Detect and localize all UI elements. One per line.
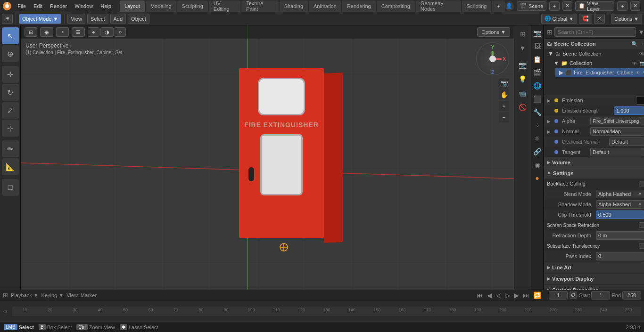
tl-playback-btn[interactable]: Playback ▼ xyxy=(11,292,39,298)
props-search-input[interactable] xyxy=(554,27,636,37)
view-menu-btn[interactable]: View xyxy=(67,14,85,24)
subsurface-translucency-checkbox[interactable] xyxy=(639,243,644,249)
zoom-in-btn[interactable]: + xyxy=(499,101,509,111)
scene-selector[interactable]: 🎬 Scene xyxy=(517,1,546,11)
tab-compositing[interactable]: Compositing xyxy=(377,0,415,12)
tab-geometry-nodes[interactable]: Geometry Nodes xyxy=(416,0,461,12)
viewport-shading-mode-btn[interactable]: ◉ xyxy=(40,27,53,37)
user-icon[interactable]: 👤 xyxy=(505,1,514,11)
tl-next-keyframe-btn[interactable]: ▶ xyxy=(513,292,520,299)
rt-cam2[interactable]: 📹 xyxy=(516,87,529,100)
side-icon-render[interactable]: 📷 xyxy=(531,26,543,40)
tab-texture-paint[interactable]: Texture Paint xyxy=(241,0,278,12)
emission-color[interactable] xyxy=(636,96,644,105)
side-icon-modifier[interactable]: 🔧 xyxy=(531,105,543,119)
menu-render[interactable]: Render xyxy=(46,0,71,12)
backface-culling-checkbox[interactable] xyxy=(639,181,644,186)
tab-animation[interactable]: Animation xyxy=(309,0,341,12)
outliner-scene-collection[interactable]: ▼ 🗂 Scene Collection 👁 xyxy=(544,49,644,58)
camera-view-btn[interactable]: 📷 xyxy=(499,78,509,89)
add-object-btn[interactable]: □ xyxy=(2,179,19,196)
refraction-depth-value[interactable]: 0 m xyxy=(596,231,644,240)
tl-play-btn[interactable]: ▷ xyxy=(504,292,511,299)
scene-remove-btn[interactable]: ✕ xyxy=(562,1,572,11)
tangent-value[interactable]: Default xyxy=(590,148,644,156)
side-icon-object-data[interactable]: ◉ xyxy=(531,158,543,171)
navigation-gizmo[interactable]: X Y Z xyxy=(476,42,509,75)
side-icon-world[interactable]: 🌐 xyxy=(531,79,543,92)
tl-view-btn[interactable]: View xyxy=(66,292,78,298)
side-icon-particles[interactable]: ⁘ xyxy=(531,119,543,132)
side-icon-output[interactable]: 🖼 xyxy=(531,40,543,53)
snap-btn[interactable]: 🧲 xyxy=(579,14,592,24)
alpha-expand[interactable]: ▶ xyxy=(547,119,553,124)
shadow-mode-dropdown[interactable]: Alpha Hashed ▼ xyxy=(596,200,644,209)
settings-section-header[interactable]: ▼ Settings xyxy=(544,168,644,178)
menu-edit[interactable]: Edit xyxy=(30,0,46,12)
menu-window[interactable]: Window xyxy=(71,0,97,12)
emission-expand[interactable]: ▶ xyxy=(547,98,553,103)
frame-clock-btn[interactable]: ⏱ xyxy=(570,292,577,299)
move-tool-btn[interactable]: ✛ xyxy=(2,66,19,83)
view-layer-selector[interactable]: 📋 View Layer xyxy=(575,1,615,11)
solid-shading-btn[interactable]: ● xyxy=(88,27,99,37)
emission-strength-value[interactable]: 1.000 xyxy=(614,106,644,115)
side-icon-object[interactable]: ⬛ xyxy=(531,92,543,105)
outliner-filter-btn2[interactable]: ≡ xyxy=(642,41,644,47)
custom-props-header[interactable]: ▶ Custom Properties xyxy=(544,285,644,290)
collection-render-icon[interactable]: 📷 xyxy=(640,61,644,66)
current-frame-input[interactable]: 1 xyxy=(549,291,568,300)
clip-threshold-value[interactable]: 0.500 xyxy=(596,211,644,219)
alpha-value[interactable]: Fire_Safet...invert.png xyxy=(590,117,644,125)
outliner-collection[interactable]: ▼ 📁 Collection 👁 📷 xyxy=(550,58,644,68)
tab-sculpting[interactable]: Sculpting xyxy=(177,0,208,12)
tl-play-reverse-btn[interactable]: ◁ xyxy=(495,292,502,299)
options-vp-btn[interactable]: Options ▼ xyxy=(477,27,510,37)
transform-tool-btn[interactable]: ⊹ xyxy=(2,120,19,137)
volume-section-header[interactable]: ▶ Volume xyxy=(544,157,644,168)
screen-space-refraction-checkbox[interactable] xyxy=(639,222,644,228)
tl-marker-btn[interactable]: Marker xyxy=(81,292,97,298)
rt-tool-2[interactable]: ▼ xyxy=(516,41,529,55)
props-filter-btn[interactable]: ▼ xyxy=(638,28,644,36)
viewport[interactable]: ⊞ ◉ ⚬ ☰ ● ◑ ○ Options ▼ User Perspective… xyxy=(21,25,514,290)
object-vis-icon[interactable]: 👁 xyxy=(636,70,640,75)
outliner-filter-btn[interactable]: 🔍 xyxy=(631,41,638,47)
tl-keying-btn[interactable]: Keying ▼ xyxy=(41,292,64,298)
tab-rendering[interactable]: Rendering xyxy=(342,0,376,12)
start-frame-input[interactable]: 1 xyxy=(591,291,610,300)
tl-editor-type-btn[interactable]: ⊞ xyxy=(3,292,8,299)
move-viewport-btn[interactable]: ✋ xyxy=(499,89,509,100)
rendered-shading-btn[interactable]: ○ xyxy=(115,27,126,37)
proportional-edit-btn[interactable]: ⊙ xyxy=(594,14,605,24)
menu-file[interactable]: File xyxy=(14,0,30,12)
view-layer-add-btn[interactable]: + xyxy=(617,1,627,11)
editor-type-btn[interactable]: ⊞ xyxy=(2,14,13,24)
side-icon-scene[interactable]: 🎬 xyxy=(531,66,543,79)
tl-prev-keyframe-btn[interactable]: ◀ xyxy=(486,292,493,299)
tab-layout[interactable]: Layout xyxy=(120,0,145,12)
rt-cam[interactable]: 📷 xyxy=(516,58,529,72)
scene-collection-eye[interactable]: 👁 xyxy=(639,51,644,57)
outliner-object-item[interactable]: ▶ ⬛ Fire_Extinguisher_Cabine 👁 📷 xyxy=(555,68,644,77)
pass-index-value[interactable]: 0 xyxy=(596,252,644,260)
material-shading-btn[interactable]: ◑ xyxy=(100,27,114,37)
scale-tool-btn[interactable]: ⤢ xyxy=(2,102,19,119)
cursor-tool-btn[interactable]: ⊕ xyxy=(2,45,19,62)
tl-sidebar-toggle[interactable]: ◁ xyxy=(3,308,9,314)
measure-tool-btn[interactable]: 📐 xyxy=(2,158,19,175)
transform-global-btn[interactable]: 🌐 Global ▼ xyxy=(541,14,578,24)
tl-jump-end-btn[interactable]: ⏭ xyxy=(522,292,530,299)
object-mode-btn[interactable]: Object Mode ▼ xyxy=(19,14,61,24)
zoom-out-btn[interactable]: − xyxy=(499,112,509,122)
rt-tool-1[interactable]: ⊞ xyxy=(516,27,529,40)
editor-type-vp-btn[interactable]: ⊞ xyxy=(25,27,37,37)
options-btn[interactable]: Options ▼ xyxy=(611,14,642,24)
annotate-tool-btn[interactable]: ✏ xyxy=(2,140,19,157)
collection-vis-icon[interactable]: 👁 xyxy=(632,61,637,66)
add-menu-btn[interactable]: Add xyxy=(110,14,126,24)
viewport-xray-btn[interactable]: ☰ xyxy=(72,27,85,37)
rotate-tool-btn[interactable]: ↻ xyxy=(2,84,19,101)
blender-logo[interactable] xyxy=(0,0,14,12)
end-frame-input[interactable]: 250 xyxy=(622,291,641,300)
